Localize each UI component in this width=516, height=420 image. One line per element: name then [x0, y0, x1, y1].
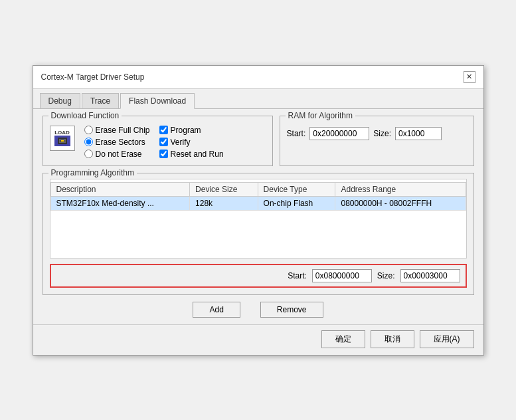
- col-device-size: Device Size: [190, 182, 258, 196]
- col-address-range: Address Range: [335, 182, 466, 196]
- add-button[interactable]: Add: [193, 302, 240, 318]
- table-header-row: Description Device Size Device Type Addr…: [50, 182, 466, 196]
- ram-size-input[interactable]: [395, 127, 442, 140]
- download-function-title: Download Function: [48, 111, 122, 120]
- ram-fields: Start: Size:: [287, 122, 467, 140]
- download-function-group: Download Function LOAD: [43, 116, 273, 166]
- erase-sectors-radio[interactable]: [84, 138, 93, 146]
- erase-sectors-option[interactable]: Erase Sectors: [84, 138, 150, 147]
- program-checkbox[interactable]: [159, 126, 168, 134]
- algo-size-input[interactable]: [400, 269, 460, 282]
- table-empty-row-2: [50, 223, 466, 237]
- ram-size-label: Size:: [373, 129, 391, 138]
- erase-full-radio[interactable]: [84, 126, 93, 134]
- action-buttons: Add Remove: [43, 302, 474, 318]
- main-content: Download Function LOAD: [33, 109, 483, 324]
- reset-run-checkbox[interactable]: [159, 150, 168, 158]
- ram-start-label: Start:: [287, 129, 306, 138]
- algo-size-label: Size:: [377, 271, 395, 280]
- tab-bar: Debug Trace Flash Download: [33, 89, 483, 109]
- table-empty-row-3: [50, 237, 466, 250]
- ram-algorithm-group: RAM for Algorithm Start: Size:: [280, 116, 474, 166]
- algo-start-label: Start:: [288, 271, 307, 280]
- cell-description: STM32F10x Med-density ...: [50, 196, 190, 210]
- download-function-content: LOAD: [50, 124, 266, 159]
- close-button[interactable]: ✕: [464, 71, 475, 83]
- tab-trace[interactable]: Trace: [82, 93, 119, 108]
- verify-option[interactable]: Verify: [159, 138, 224, 147]
- ram-algorithm-title: RAM for Algorithm: [286, 111, 355, 120]
- tab-debug[interactable]: Debug: [40, 93, 80, 108]
- col-device-type: Device Type: [258, 182, 335, 196]
- ok-button[interactable]: 确定: [321, 330, 365, 348]
- col-description: Description: [50, 182, 190, 196]
- apply-button[interactable]: 应用(A): [420, 330, 474, 348]
- programming-algorithm-group: Programming Algorithm Description Device…: [43, 173, 474, 295]
- table-row[interactable]: STM32F10x Med-density ... 128k On-chip F…: [50, 196, 466, 210]
- top-section: Download Function LOAD: [43, 116, 474, 173]
- do-not-erase-option[interactable]: Do not Erase: [84, 150, 150, 159]
- footer: 确定 取消 应用(A): [33, 324, 483, 355]
- erase-options: Erase Full Chip Erase Sectors Do not Era…: [84, 126, 150, 159]
- erase-full-option[interactable]: Erase Full Chip: [84, 126, 150, 135]
- cell-device-type: On-chip Flash: [258, 196, 335, 210]
- cancel-button[interactable]: 取消: [371, 330, 414, 348]
- cell-address-range: 08000000H - 08002FFFH: [335, 196, 466, 210]
- verify-checkbox[interactable]: [159, 138, 168, 146]
- algo-start-input[interactable]: [312, 269, 372, 282]
- algorithm-start-size-row: Start: Size:: [50, 264, 467, 288]
- dialog: Cortex-M Target Driver Setup ✕ Debug Tra…: [33, 65, 484, 356]
- tab-flash-download[interactable]: Flash Download: [120, 93, 195, 109]
- reset-run-option[interactable]: Reset and Run: [159, 150, 224, 159]
- algorithm-table: Description Device Size Device Type Addr…: [50, 182, 466, 251]
- do-not-erase-radio[interactable]: [84, 150, 93, 158]
- load-icon: LOAD: [50, 126, 75, 151]
- ram-start-row: Start: Size:: [287, 127, 467, 140]
- chip-svg: [58, 138, 67, 144]
- remove-button[interactable]: Remove: [260, 302, 323, 318]
- svg-rect-3: [61, 140, 64, 142]
- cell-device-size: 128k: [190, 196, 258, 210]
- ram-start-input[interactable]: [309, 127, 369, 140]
- program-options: Program Verify Reset and Run: [159, 126, 224, 159]
- program-option[interactable]: Program: [159, 126, 224, 135]
- table-empty-row-1: [50, 210, 466, 223]
- algorithm-table-container: Description Device Size Device Type Addr…: [50, 179, 467, 259]
- programming-algorithm-title: Programming Algorithm: [48, 168, 137, 177]
- title-bar: Cortex-M Target Driver Setup ✕: [33, 66, 483, 89]
- dialog-title: Cortex-M Target Driver Setup: [41, 72, 145, 82]
